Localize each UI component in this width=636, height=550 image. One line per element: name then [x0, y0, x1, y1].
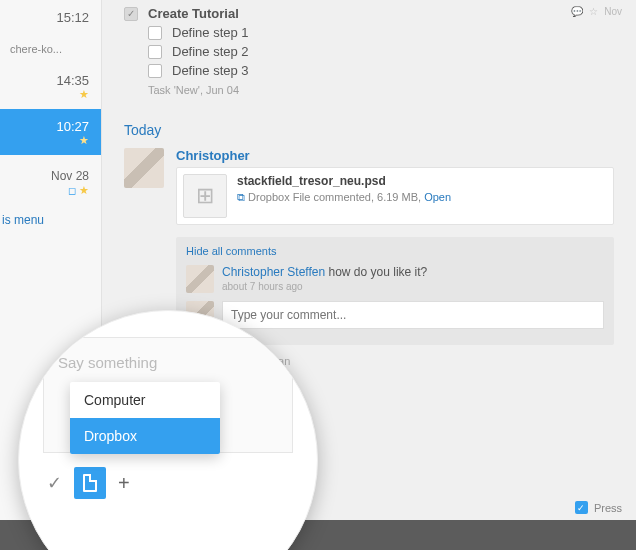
task-checkbox[interactable]: ✓: [124, 7, 138, 21]
open-link[interactable]: Open: [424, 191, 451, 203]
file-icon: [83, 474, 97, 492]
attachment[interactable]: ⊞ stackfield_tresor_neu.psd ⧉ Dropbox Fi…: [176, 167, 614, 225]
checkbox-icon: ◻: [68, 185, 76, 196]
compose-tools: ✓ +: [43, 467, 293, 499]
upload-menu: Computer Dropbox: [70, 382, 220, 454]
comment-text: how do you like it?: [329, 265, 428, 279]
check-icon: ✓: [575, 501, 588, 514]
task-title: Create Tutorial: [148, 6, 239, 21]
subtask-label: Define step 3: [172, 63, 249, 78]
sidebar-time: 14:35: [12, 73, 89, 88]
press-checkbox[interactable]: ✓ Press: [575, 501, 622, 514]
attachment-meta: ⧉ Dropbox File commented, 6.19 MB, Open: [237, 191, 451, 204]
section-header: Today: [124, 104, 614, 148]
attachment-thumb: ⊞: [183, 174, 227, 218]
subtask-checkbox[interactable]: [148, 26, 162, 40]
sidebar-label: chere-ko...: [0, 33, 101, 63]
check-icon[interactable]: ✓: [47, 472, 62, 494]
author-name[interactable]: Christopher: [176, 148, 614, 163]
task-card: ✓ Create Tutorial Define step 1 Define s…: [124, 0, 614, 104]
star-icon: ☆: [589, 6, 598, 17]
menu-item-computer[interactable]: Computer: [70, 382, 220, 418]
task-meta: Task 'New', Jun 04: [124, 84, 614, 96]
sidebar-slot[interactable]: 15:12: [0, 0, 101, 33]
comment-icon: 💬: [571, 6, 583, 17]
avatar: [124, 148, 164, 188]
corner-meta: 💬 ☆ Nov: [571, 6, 622, 17]
star-icon: ★: [79, 184, 89, 196]
dropbox-icon: ⧉: [237, 191, 245, 203]
hide-comments-link[interactable]: Hide all comments: [186, 245, 604, 257]
comment-input-row: [186, 301, 604, 329]
sidebar-slot[interactable]: 14:35 ★: [0, 63, 101, 109]
comment-timestamp: about 7 hours ago: [222, 281, 427, 292]
subtask-checkbox[interactable]: [148, 64, 162, 78]
sidebar-slot-selected[interactable]: 10:27 ★: [0, 109, 101, 155]
star-icon: ★: [12, 88, 89, 101]
subtask-checkbox[interactable]: [148, 45, 162, 59]
attach-file-button[interactable]: [74, 467, 106, 499]
attachment-filename: stackfield_tresor_neu.psd: [237, 174, 451, 188]
comment: Christopher Steffen how do you like it? …: [186, 265, 604, 293]
comment-input[interactable]: [222, 301, 604, 329]
avatar: [186, 265, 214, 293]
compose-box[interactable]: Say something Computer Dropbox: [43, 337, 293, 453]
menu-item-dropbox[interactable]: Dropbox: [70, 418, 220, 454]
sidebar-link[interactable]: is menu: [0, 205, 101, 227]
star-icon: ★: [12, 134, 89, 147]
sidebar-date[interactable]: Nov 28 ◻ ★: [0, 155, 101, 205]
sidebar-time: 15:12: [12, 10, 89, 25]
comment-author[interactable]: Christopher Steffen: [222, 265, 325, 279]
subtask-label: Define step 1: [172, 25, 249, 40]
plus-icon[interactable]: +: [118, 472, 130, 495]
subtask-label: Define step 2: [172, 44, 249, 59]
sidebar-time: 10:27: [12, 119, 89, 134]
